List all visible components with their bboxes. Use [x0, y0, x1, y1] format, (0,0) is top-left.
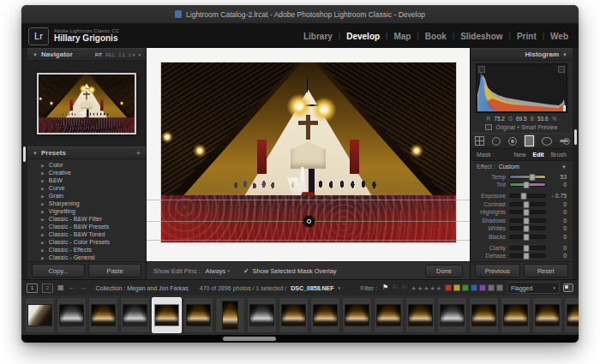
slider-track[interactable] — [509, 235, 546, 239]
preset-group-item[interactable]: ▶Vignetting — [27, 207, 146, 215]
color-label-chip[interactable] — [471, 284, 477, 291]
module-tab-map[interactable]: Map — [393, 32, 411, 41]
left-scrollbar-thumb[interactable] — [23, 146, 26, 162]
filmstrip-thumbnail[interactable] — [25, 297, 55, 333]
filmstrip-thumbnail[interactable] — [247, 297, 277, 333]
slider-knob[interactable] — [524, 253, 530, 260]
filmstrip-thumbnail[interactable] — [437, 297, 467, 333]
module-tab-book[interactable]: Book — [425, 32, 447, 41]
slider-track[interactable] — [509, 218, 546, 223]
navigator-header[interactable]: ▼ Navigator FITFILL1:11:4 ▾ — [27, 48, 146, 61]
second-window-button[interactable]: 2 — [42, 283, 53, 293]
slider-whites[interactable]: Whites0 — [477, 225, 567, 232]
preset-group-item[interactable]: ▶Classic - Color Presets — [27, 238, 146, 246]
slider-track[interactable] — [509, 202, 546, 206]
slider-contrast[interactable]: Contrast0 — [477, 200, 567, 207]
filmstrip-thumbnail[interactable] — [342, 297, 372, 333]
mask-option-edit[interactable]: Edit — [532, 152, 543, 158]
preset-group-item[interactable]: ▶Curve — [27, 184, 146, 192]
slider-exposure[interactable]: Exposure- 0.75 — [477, 193, 567, 200]
slider-track[interactable] — [509, 226, 546, 230]
star-icon[interactable]: ★ — [423, 285, 429, 291]
color-label-chip[interactable] — [445, 284, 452, 291]
slider-track[interactable] — [509, 182, 546, 187]
preset-group-item[interactable]: ▶Grain — [27, 192, 146, 200]
module-tab-develop[interactable]: Develop — [346, 32, 380, 41]
preset-group-item[interactable]: ▶B&W — [27, 176, 146, 184]
filename-dropdown-icon[interactable]: ▾ — [339, 285, 341, 290]
effect-value[interactable]: Custom — [499, 164, 519, 170]
slider-knob[interactable] — [524, 182, 530, 188]
navigator-preview[interactable] — [37, 73, 136, 134]
slider-track[interactable] — [509, 254, 546, 258]
grid-view-icon[interactable]: ▦ — [57, 284, 64, 291]
rejected-filter-icon[interactable]: ⚐ — [401, 284, 407, 291]
star-icon[interactable]: ★ — [411, 285, 417, 291]
go-back-icon[interactable]: ← — [69, 284, 75, 291]
preset-group-item[interactable]: ▶Creative — [27, 169, 146, 176]
slider-knob[interactable] — [524, 209, 530, 216]
slider-knob[interactable] — [524, 234, 530, 241]
filmstrip-thumbnail[interactable] — [405, 297, 435, 333]
edit-pin[interactable] — [303, 216, 315, 227]
module-tab-library[interactable]: Library — [303, 32, 333, 41]
slider-knob[interactable] — [524, 218, 530, 224]
mask-option-brush[interactable]: Brush — [551, 152, 567, 158]
filmstrip-thumbnail[interactable] — [183, 297, 213, 333]
histogram-graph[interactable] — [476, 63, 567, 113]
graduated-filter-bottom-line[interactable] — [147, 240, 470, 241]
add-preset-icon[interactable]: + — [136, 149, 141, 158]
graduated-filter-icon[interactable] — [525, 135, 534, 146]
preset-group-item[interactable]: ▶Classic - General — [27, 254, 146, 261]
module-tab-slideshow[interactable]: Slideshow — [460, 32, 502, 41]
adjustment-brush-icon[interactable] — [560, 140, 568, 142]
red-eye-correction-icon[interactable] — [508, 137, 517, 146]
identity-plate[interactable]: Lr Adobe Lightroom Classic CC Hillary Gr… — [21, 27, 119, 45]
filmstrip-thumbnail[interactable] — [57, 297, 87, 333]
filmstrip-thumbnail[interactable] — [310, 297, 340, 333]
slider-track[interactable] — [509, 175, 546, 179]
flagged-filter-icon[interactable]: ⚑ — [382, 284, 388, 291]
slider-track[interactable] — [509, 194, 546, 198]
star-icon[interactable]: ★ — [417, 285, 423, 291]
color-label-chip[interactable] — [496, 284, 503, 291]
module-tab-print[interactable]: Print — [517, 32, 537, 41]
filmstrip-thumbnail[interactable] — [374, 297, 404, 333]
star-icon[interactable]: ★ — [436, 285, 441, 291]
effect-dropdown-icon[interactable]: ▼ — [561, 164, 567, 170]
color-label-chip[interactable] — [479, 284, 486, 291]
done-button[interactable]: Done — [425, 265, 463, 277]
navigator-zoom-1-4[interactable]: 1:4 — [129, 52, 135, 57]
crop-overlay-icon[interactable] — [475, 136, 484, 146]
slider-dehaze[interactable]: Dehaze0 — [477, 253, 567, 260]
preset-group-item[interactable]: ▶Color — [27, 161, 146, 169]
color-label-chip[interactable] — [453, 284, 460, 291]
presets-header[interactable]: ▼ Presets + — [27, 146, 146, 159]
filmstrip-scrollbar[interactable] — [21, 335, 579, 343]
filter-preset-dropdown[interactable]: Flagged ▾ — [507, 282, 560, 294]
histogram-header[interactable]: Histogram ▼ — [471, 48, 573, 61]
slider-tint[interactable]: Tint0 — [477, 182, 567, 188]
copy-button[interactable]: Copy... — [32, 264, 85, 277]
slider-clarity[interactable]: Clarity0 — [477, 244, 567, 251]
slider-knob[interactable] — [524, 245, 530, 252]
filter-toggle-switch[interactable] — [563, 283, 573, 292]
slider-knob[interactable] — [524, 201, 530, 208]
slider-knob[interactable] — [524, 225, 530, 232]
module-tab-web[interactable]: Web — [550, 32, 568, 41]
reset-button[interactable]: Reset — [524, 264, 569, 277]
preset-group-item[interactable]: ▶Classic - Effects — [27, 246, 146, 254]
slider-highlights[interactable]: Highlights0 — [477, 209, 567, 216]
star-icon[interactable]: ★ — [429, 285, 435, 291]
spot-removal-icon[interactable] — [492, 137, 501, 146]
mask-overlay-checkbox[interactable]: ✓ Show Selected Mask Overlay — [243, 267, 337, 275]
radial-filter-icon[interactable] — [542, 137, 552, 146]
filmstrip-thumbnail[interactable] — [501, 297, 531, 333]
collection-breadcrumb[interactable]: Collection : Megan and Jon Farkas — [96, 285, 189, 291]
preset-group-item[interactable]: ▶Classic - B&W Presets — [27, 223, 146, 230]
slider-temp[interactable]: Temp53 — [477, 173, 567, 180]
preview-source-row[interactable]: Original + Smart Preview — [471, 122, 573, 131]
navigator-zoom-1-1[interactable]: 1:1 — [118, 52, 125, 57]
filmstrip-thumbnail[interactable] — [88, 297, 118, 333]
filmstrip-thumbnail[interactable] — [279, 297, 309, 333]
